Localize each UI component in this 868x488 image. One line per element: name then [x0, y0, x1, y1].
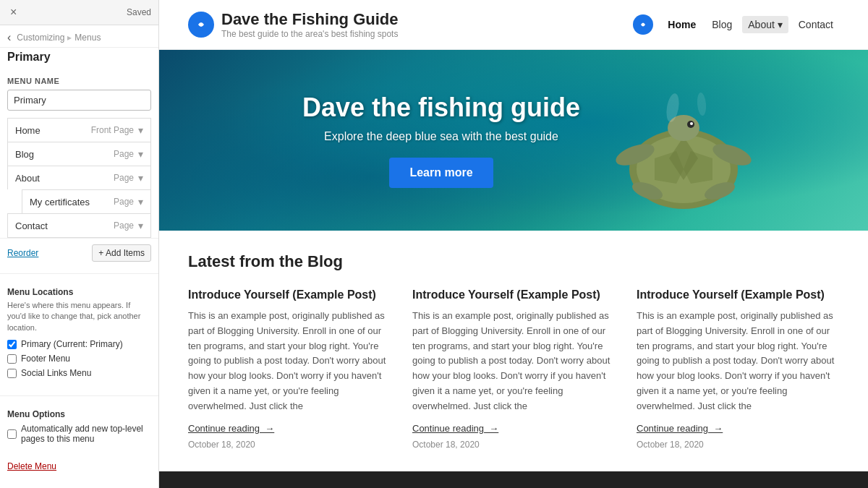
blog-post-1-read-more[interactable]: Continue reading → — [188, 423, 391, 434]
location-footer-checkbox[interactable] — [7, 354, 17, 364]
site-footer — [159, 471, 868, 488]
location-primary: Primary (Current: Primary) — [7, 339, 151, 349]
add-items-button[interactable]: + Add Items — [92, 244, 151, 262]
blog-post-1-date: October 18, 2020 — [188, 440, 391, 450]
menu-item-home-chevron[interactable]: ▾ — [138, 124, 143, 136]
hero-learn-more-button[interactable]: Learn more — [389, 158, 493, 188]
menu-item-certificates-type: Page — [114, 197, 134, 207]
reorder-button[interactable]: Reorder — [7, 248, 38, 258]
site-nav: Home Blog About ▾ Contact — [633, 14, 839, 35]
site-title: Dave the Fishing Guide — [221, 10, 398, 29]
blog-post-3-date: October 18, 2020 — [637, 440, 839, 450]
location-social-checkbox[interactable] — [7, 369, 17, 378]
menu-item-certificates-label: My certificates — [30, 197, 90, 207]
svg-point-12 — [690, 122, 693, 125]
menu-item-certificates-right: Page ▾ — [114, 196, 143, 207]
menu-item-about-type: Page — [114, 173, 134, 183]
menu-item-contact-label: Contact — [15, 221, 48, 231]
blog-post-3-read-more[interactable]: Continue reading → — [637, 423, 839, 434]
site-logo-icon — [188, 12, 214, 38]
blog-post-2-date: October 18, 2020 — [412, 440, 615, 450]
menu-item-certificates: My certificates Page ▾ — [22, 189, 151, 213]
menu-item-blog-label: Blog — [15, 149, 34, 160]
menu-actions: Reorder + Add Items — [0, 238, 158, 267]
menu-item-contact: Contact Page ▾ — [7, 213, 151, 238]
menu-item-about-label: About — [15, 173, 40, 184]
back-button[interactable]: ‹ — [7, 31, 11, 44]
menu-item-home-label: Home — [15, 125, 41, 136]
nav-about[interactable]: About ▾ — [742, 16, 788, 33]
hero-content: Dave the fishing guide Explore the deep … — [302, 93, 580, 188]
divider-2 — [0, 395, 158, 396]
menu-item-contact-right: Page ▾ — [114, 220, 143, 231]
blog-post-3-title: Introduce Yourself (Example Post) — [637, 288, 839, 301]
menu-item-home-right: Front Page ▾ — [91, 124, 143, 136]
menu-item-blog-right: Page ▾ — [114, 148, 143, 160]
topbar-left: × — [7, 6, 20, 19]
delete-menu-button[interactable]: Delete Menu — [0, 455, 158, 477]
menu-item-certificates-chevron[interactable]: ▾ — [138, 196, 143, 207]
menu-item-about-chevron[interactable]: ▾ — [138, 172, 143, 184]
blog-post-2-excerpt: This is an example post, originally publ… — [412, 309, 615, 414]
nav-contact[interactable]: Contact — [793, 16, 839, 33]
locations-desc: Here's where this menu appears. If you'd… — [7, 300, 151, 333]
blog-post-1: Introduce Yourself (Example Post) This i… — [188, 288, 391, 450]
close-button[interactable]: × — [7, 6, 20, 19]
hero-section: Dave the fishing guide Explore the deep … — [159, 50, 868, 231]
menu-name-label: Menu Name — [7, 77, 151, 85]
location-social-label: Social Links Menu — [21, 368, 91, 378]
customizer-panel: × Saved ‹ Customizing ▸ Menus Primary Me… — [0, 0, 159, 488]
menu-item-blog-chevron[interactable]: ▾ — [138, 148, 143, 160]
menu-item-blog-type: Page — [114, 149, 134, 159]
site-preview: Dave the Fishing Guide The best guide to… — [159, 0, 868, 488]
blog-section-title: Latest from the Blog — [188, 252, 839, 271]
menu-item-contact-type: Page — [114, 221, 134, 231]
menu-options-section: Menu Options Automatically add new top-l… — [0, 402, 158, 455]
auto-add-option: Automatically add new top-level pages to… — [7, 424, 151, 444]
site-header: Dave the Fishing Guide The best guide to… — [159, 0, 868, 50]
blog-post-1-title: Introduce Yourself (Example Post) — [188, 288, 391, 301]
saved-badge: Saved — [127, 7, 151, 17]
hero-subtitle: Explore the deep blue sea with the best … — [302, 130, 580, 143]
menu-item-home: Home Front Page ▾ — [7, 118, 151, 142]
blog-section: Latest from the Blog Introduce Yourself … — [159, 231, 868, 471]
panel-subtitle: Primary — [0, 48, 158, 69]
location-primary-checkbox[interactable] — [7, 340, 17, 349]
blog-post-2-read-more[interactable]: Continue reading → — [412, 423, 615, 434]
locations-title: Menu Locations — [7, 287, 151, 297]
location-primary-label: Primary (Current: Primary) — [21, 339, 123, 349]
panel-topbar: × Saved — [0, 0, 158, 25]
site-title-area: Dave the Fishing Guide The best guide to… — [221, 10, 398, 39]
menu-locations-section: Menu Locations Here's where this menu ap… — [0, 280, 158, 390]
menu-item-home-type: Front Page — [91, 125, 134, 135]
nav-blog[interactable]: Blog — [706, 16, 738, 33]
blog-post-1-excerpt: This is an example post, originally publ… — [188, 309, 391, 414]
breadcrumb-bar: ‹ Customizing ▸ Menus — [0, 25, 158, 48]
location-footer-label: Footer Menu — [21, 354, 70, 364]
divider-1 — [0, 273, 158, 274]
breadcrumb-customizing: Customizing — [17, 33, 64, 43]
menu-item-blog: Blog Page ▾ — [7, 142, 151, 166]
blog-post-2: Introduce Yourself (Example Post) This i… — [412, 288, 615, 450]
menu-item-about: About Page ▾ — [7, 166, 151, 189]
menu-item-contact-chevron[interactable]: ▾ — [138, 220, 143, 231]
blog-post-3-excerpt: This is an example post, originally publ… — [637, 309, 839, 414]
hero-title: Dave the fishing guide — [302, 93, 580, 123]
menu-item-about-right: Page ▾ — [114, 172, 143, 184]
menu-name-input[interactable] — [7, 90, 151, 111]
nav-home[interactable]: Home — [662, 16, 702, 33]
hero-turtle-image — [550, 64, 796, 231]
location-social: Social Links Menu — [7, 368, 151, 378]
blog-post-2-title: Introduce Yourself (Example Post) — [412, 288, 615, 301]
nav-logo-icon — [633, 14, 653, 35]
menu-name-section: Menu Name — [0, 69, 158, 118]
auto-add-checkbox[interactable] — [7, 429, 17, 439]
menu-items-list: Home Front Page ▾ Blog Page ▾ About Page… — [0, 118, 158, 238]
blog-posts-grid: Introduce Yourself (Example Post) This i… — [188, 288, 839, 450]
location-footer: Footer Menu — [7, 354, 151, 364]
blog-post-3: Introduce Yourself (Example Post) This i… — [637, 288, 839, 450]
options-title: Menu Options — [7, 409, 151, 419]
site-subtitle: The best guide to the area's best fishin… — [221, 29, 398, 39]
breadcrumb-menus: Menus — [75, 33, 101, 43]
site-logo-area: Dave the Fishing Guide The best guide to… — [188, 10, 398, 39]
